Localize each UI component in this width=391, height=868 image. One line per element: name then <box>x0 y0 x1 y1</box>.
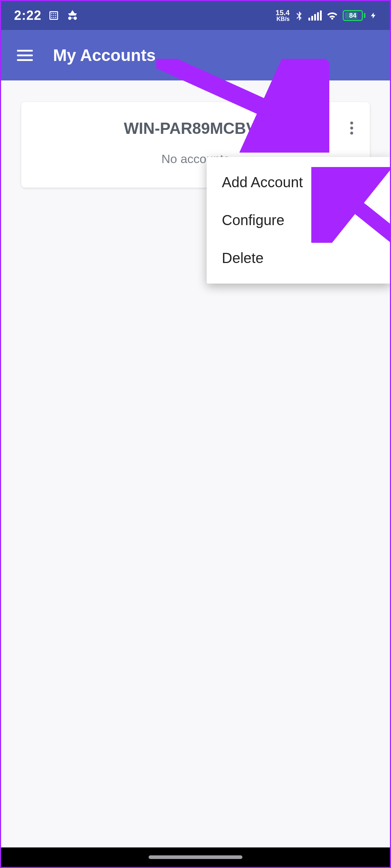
annotation-arrow-icon <box>311 167 391 243</box>
page-title: My Accounts <box>53 45 156 65</box>
menu-item-delete[interactable]: Delete <box>207 239 391 277</box>
status-clock: 2:22 <box>14 8 41 23</box>
charging-icon <box>370 10 377 21</box>
status-right: 15.4 KB/s 84 <box>276 9 377 22</box>
card-overflow-menu-button[interactable] <box>344 120 360 136</box>
app-frame: 2:22 15.4 KB/s 84 My Accounts <box>0 0 391 868</box>
bluetooth-icon <box>294 10 304 21</box>
svg-line-1 <box>156 59 308 127</box>
svg-line-3 <box>326 181 391 239</box>
network-rate: 15.4 KB/s <box>276 9 290 22</box>
ruler-icon <box>48 10 60 21</box>
nav-home-indicator[interactable] <box>149 855 242 859</box>
system-nav-bar <box>1 847 390 867</box>
wifi-icon <box>326 9 338 22</box>
signal-icon <box>308 10 322 21</box>
network-rate-unit: KB/s <box>277 16 290 22</box>
incognito-icon <box>66 9 79 22</box>
status-bar: 2:22 15.4 KB/s 84 <box>1 1 390 30</box>
battery-indicator: 84 <box>343 10 365 21</box>
network-rate-value: 15.4 <box>276 9 290 16</box>
menu-button[interactable] <box>14 47 36 64</box>
annotation-arrow-icon <box>156 59 329 153</box>
battery-level: 84 <box>349 12 356 19</box>
status-left: 2:22 <box>14 8 79 23</box>
